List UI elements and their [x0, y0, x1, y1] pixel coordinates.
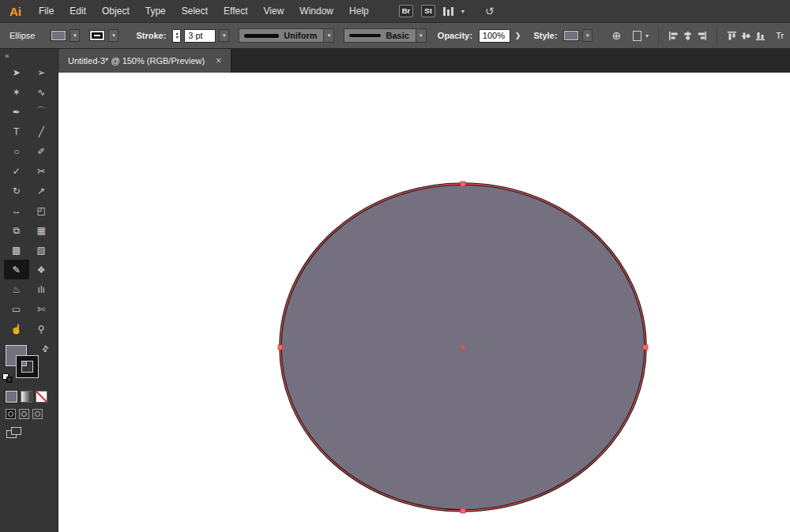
scale-tool[interactable]: ↗	[29, 181, 55, 200]
document-tab[interactable]: Untitled-3* @ 150% (RGB/Preview) ×	[58, 49, 231, 73]
none-button[interactable]	[36, 391, 47, 403]
perspective-grid-tool[interactable]: ▦	[29, 220, 55, 240]
bridge-badge[interactable]: Br	[399, 5, 414, 17]
stroke-weight-caret-icon[interactable]: ▾	[219, 29, 229, 42]
pen-tool[interactable]: ✒	[4, 102, 29, 122]
opacity-field[interactable]: 100%	[479, 29, 510, 43]
symbol-sprayer-tool[interactable]: ♨	[4, 279, 29, 299]
menu-window[interactable]: Window	[292, 0, 341, 22]
eyedropper-tool[interactable]: ✎	[4, 260, 29, 279]
magic-wand-tool[interactable]: ✶	[4, 82, 29, 102]
chevron-down-icon[interactable]: ▾	[461, 8, 465, 15]
scissors-tool[interactable]: ✂	[29, 161, 55, 181]
anchor-point[interactable]	[461, 508, 465, 513]
variable-width-dropdown[interactable]: Uniform ▾	[239, 28, 334, 43]
workspace-switcher-icon[interactable]	[443, 7, 453, 16]
style-caret-icon[interactable]: ▾	[582, 29, 592, 42]
style-label: Style:	[533, 31, 557, 40]
mesh-tool[interactable]: ▩	[4, 240, 29, 260]
draw-behind-button[interactable]	[19, 409, 29, 419]
drawing-modes-row	[0, 403, 58, 419]
draw-inside-button[interactable]	[32, 409, 43, 419]
align-left-icon[interactable]	[668, 31, 679, 41]
anchor-point[interactable]	[643, 345, 648, 350]
brush-dropdown[interactable]: Basic ▾	[344, 28, 426, 43]
width-profile-preview	[244, 34, 279, 38]
stroke-color-swatch[interactable]	[89, 30, 105, 41]
menubar-icons: Br St ▾ ↺	[399, 5, 495, 17]
illustrator-window: Ai FileEditObjectTypeSelectEffectViewWin…	[0, 0, 790, 532]
draw-normal-button[interactable]	[6, 409, 16, 419]
width-profile-caret-icon[interactable]: ▾	[323, 29, 333, 42]
column-graph-tool[interactable]: ılı	[29, 279, 55, 299]
fill-color-swatch[interactable]	[51, 30, 66, 41]
fill-stroke-indicator: ⇄	[0, 343, 58, 386]
blend-tool[interactable]: ❖	[29, 260, 55, 279]
stroke-label: Stroke:	[136, 31, 166, 40]
artboard-tool[interactable]: ▭	[4, 299, 29, 319]
document-setup-caret-icon[interactable]: ▾	[645, 32, 649, 39]
type-tool[interactable]: T	[4, 122, 29, 141]
curvature-tool[interactable]: ⌒	[29, 102, 55, 122]
brush-caret-icon[interactable]: ▾	[416, 29, 426, 42]
line-segment-tool[interactable]: ╱	[29, 122, 55, 141]
canvas-area[interactable]	[58, 73, 790, 532]
slice-tool[interactable]: ✄	[29, 299, 55, 319]
collapse-panel-icon[interactable]: «	[0, 49, 58, 61]
screen-mode-button[interactable]	[6, 427, 24, 440]
hand-tool[interactable]: ☝	[4, 319, 29, 339]
menu-edit[interactable]: Edit	[62, 0, 94, 22]
sync-status-icon[interactable]: ↺	[485, 5, 495, 17]
menu-type[interactable]: Type	[137, 0, 174, 22]
anchor-point[interactable]	[278, 345, 283, 350]
align-vertical-center-icon[interactable]	[741, 31, 751, 41]
default-fill-stroke-icon[interactable]	[2, 373, 14, 384]
stroke-weight-stepper[interactable]: ▴ ▾	[172, 29, 181, 43]
style-swatch[interactable]	[563, 30, 579, 41]
rotate-tool[interactable]: ↻	[4, 181, 29, 200]
zoom-tool[interactable]: ⚲	[29, 319, 55, 339]
shaper-tool[interactable]: ✓	[4, 161, 29, 181]
align-top-icon[interactable]	[727, 31, 737, 41]
app-logo[interactable]: Ai	[9, 5, 21, 18]
align-right-icon[interactable]	[697, 31, 707, 41]
menu-select[interactable]: Select	[174, 0, 216, 22]
selected-object-label: Ellipse	[9, 31, 35, 40]
stepper-down-icon[interactable]: ▾	[175, 36, 178, 39]
menu-view[interactable]: View	[256, 0, 292, 22]
document-tab-title: Untitled-3* @ 150% (RGB/Preview)	[68, 56, 205, 66]
width-tool[interactable]: ↔	[4, 200, 29, 220]
globe-icon[interactable]: ⊕	[611, 29, 621, 42]
fill-color-caret-icon[interactable]: ▾	[70, 29, 80, 42]
stock-badge[interactable]: St	[421, 5, 435, 17]
menu-help[interactable]: Help	[341, 0, 377, 22]
shape-builder-tool[interactable]: ⧉	[4, 220, 29, 240]
stroke-weight-field[interactable]: 3 pt	[184, 29, 216, 43]
align-bottom-icon[interactable]	[755, 31, 766, 41]
selection-tool[interactable]: ➤	[4, 62, 29, 82]
artboard[interactable]	[58, 73, 790, 532]
color-button[interactable]	[6, 391, 17, 403]
document-tab-bar: Untitled-3* @ 150% (RGB/Preview) ×	[58, 49, 790, 73]
opacity-options-icon[interactable]: ❯	[515, 32, 521, 39]
paintbrush-tool[interactable]: ✐	[29, 141, 55, 161]
lasso-tool[interactable]: ∿	[29, 82, 55, 102]
menubar: Ai FileEditObjectTypeSelectEffectViewWin…	[0, 0, 790, 23]
center-point[interactable]	[461, 346, 465, 350]
menu-effect[interactable]: Effect	[216, 0, 255, 22]
gradient-button[interactable]	[21, 391, 32, 403]
align-horizontal-center-icon[interactable]	[683, 31, 693, 41]
menu-file[interactable]: File	[31, 0, 62, 22]
anchor-point[interactable]	[461, 182, 465, 186]
swap-fill-stroke-icon[interactable]: ⇄	[40, 343, 51, 354]
direct-selection-tool[interactable]: ➢	[29, 62, 55, 82]
close-tab-icon[interactable]: ×	[216, 55, 221, 66]
menu-object[interactable]: Object	[94, 0, 137, 22]
document-setup-icon[interactable]	[633, 31, 641, 41]
stroke-indicator[interactable]	[17, 356, 38, 377]
stroke-color-caret-icon[interactable]: ▾	[108, 29, 118, 42]
paint-style-row	[0, 386, 58, 403]
free-transform-tool[interactable]: ◰	[29, 200, 55, 220]
ellipse-tool[interactable]: ○	[4, 141, 29, 161]
gradient-tool[interactable]: ▧	[29, 240, 55, 260]
